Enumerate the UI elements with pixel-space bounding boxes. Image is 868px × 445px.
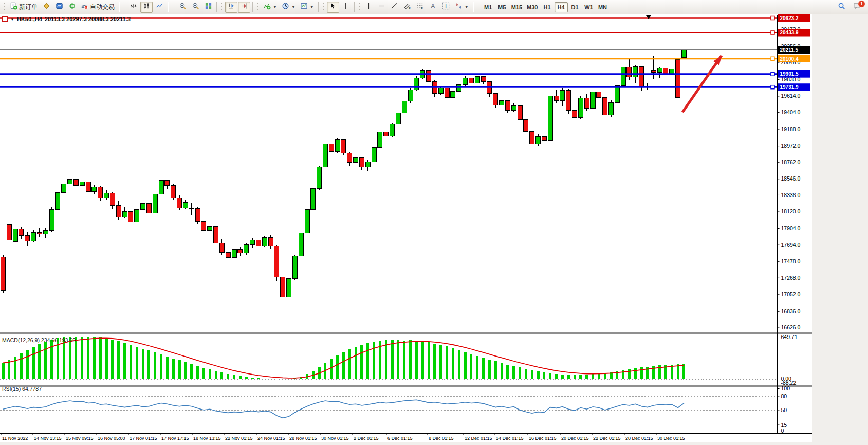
chevron-down-icon[interactable]: ▼ [291,5,296,9]
chevron-down-icon[interactable]: ▼ [273,5,277,9]
time-axis[interactable]: 11 Nov 202214 Nov 13:1515 Nov 09:1516 No… [0,433,812,441]
chart-bars-button[interactable] [127,2,140,13]
fibonacci-button[interactable]: F [414,2,427,13]
zoom-in-button[interactable] [176,2,189,13]
data-feed-button[interactable] [66,2,78,13]
toolbar-separator [168,2,169,12]
toolbar-grip[interactable] [323,3,325,12]
price-tag-label: 20433.9 [780,30,799,35]
text-button[interactable]: A [427,2,439,13]
toolbar-grip[interactable] [4,3,6,12]
x-tick-label: 2 Dec 01:15 [354,436,379,441]
level-handle [771,57,774,60]
y-tick-label: 16626.0 [781,324,801,330]
y-tick-label: 18120.0 [781,208,801,215]
timeframe-h4-button[interactable]: H4 [555,2,568,12]
toolbar-grip[interactable] [477,3,479,12]
chevron-down-icon[interactable]: ▼ [465,5,469,9]
price-tag-label: 20623.2 [780,15,799,21]
zoom-out-button[interactable] [189,2,201,13]
notifications-button[interactable]: 1 [851,2,863,13]
toolbar-grip[interactable] [257,3,259,12]
arrow-objects-button[interactable]: ▼ [453,2,471,13]
rsi-axis-label: 80 [781,393,787,399]
y-tick-label: 17052.0 [781,291,801,297]
toolbar-separator [252,2,253,12]
toolbar-separator [318,2,319,12]
toolbar-separator [473,2,474,12]
timeframe-h1-button[interactable]: H1 [541,2,554,12]
text-label-icon: T [442,2,450,12]
terminal-icon [56,2,63,12]
chevron-down-icon[interactable]: ▼ [310,5,314,9]
new-order-label: 新订单 [19,3,38,11]
metaeditor-button[interactable] [40,2,52,13]
toolbar-separator [119,2,120,12]
auto-scroll-button[interactable] [225,2,237,13]
svg-text:T: T [445,3,448,9]
x-tick-label: 11 Nov 2022 [2,436,28,441]
chart-window[interactable]: 20472.020256.020046.019830.019614.019404… [0,14,812,442]
periods-button[interactable]: ▼ [280,2,298,13]
cursor-button[interactable] [327,2,339,13]
pane-splitters[interactable] [0,333,812,387]
rsi-axis-label: 100 [781,385,790,391]
horizontal-line-button[interactable] [376,2,388,13]
timeframe-d1-button[interactable]: D1 [568,2,582,12]
crosshair-icon [342,2,349,12]
auto-trading-label: 自动交易 [90,3,115,11]
candlestick-series[interactable] [1,43,687,309]
vertical-line-button[interactable] [363,2,375,13]
timeframe-m5-button[interactable]: M5 [495,2,509,12]
tile-windows-button[interactable] [202,2,214,13]
template-icon [300,2,308,12]
chart-shift-button[interactable] [238,2,250,13]
chart-ohlc-values: 20113.3 20297.3 20088.3 20211.3 [45,16,131,22]
indicators-button[interactable]: ▼ [261,2,279,13]
toolbar-separator [216,2,217,12]
chart-object-icon [2,16,8,22]
x-tick-label: 14 Nov 13:15 [34,436,62,441]
x-tick-label: 24 Nov 01:15 [257,436,285,441]
templates-button[interactable]: ▼ [298,2,316,13]
text-label-button[interactable]: T [440,2,452,13]
toolbar-grip[interactable] [172,3,174,12]
candles-icon [143,2,151,12]
signal-icon [68,2,76,12]
chevron-down-icon[interactable]: ▼ [10,17,14,22]
level-handle [771,31,774,34]
timeframe-m1-button[interactable]: M1 [482,2,495,12]
toolbar-grip[interactable] [123,3,125,12]
svg-text:A: A [431,3,436,10]
trendline-button[interactable] [389,2,401,13]
clock-icon [282,2,289,12]
toolbar-grip[interactable] [359,3,361,12]
timeframe-w1-button[interactable]: W1 [582,2,596,12]
annotations[interactable] [646,15,722,112]
terminal-button[interactable] [53,2,65,13]
price-tag-label: 20100.4 [780,56,799,62]
search-button[interactable] [835,2,847,13]
timeframe-mn-button[interactable]: MN [596,2,610,12]
macd-axis-label: 649.71 [781,334,798,340]
level-lines[interactable] [0,16,778,88]
x-tick-label: 28 Nov 01:15 [289,436,317,441]
right-gutter [812,14,868,445]
y-tick-label: 18336.0 [781,192,801,198]
toolbar-separator [354,2,355,12]
mt4-window: 新订单自动交易▼▼▼EFAT▼M1M5M15M30H1H4D1W1MN1 204… [0,0,868,445]
timeframe-m15-button[interactable]: M15 [509,2,524,12]
timeframe-m30-button[interactable]: M30 [525,2,540,12]
auto-trading-button[interactable]: 自动交易 [79,2,117,13]
arrows-icon [455,2,463,12]
crosshair-button[interactable] [340,2,352,13]
autotrade-icon [81,2,88,12]
new-order-button[interactable]: 新订单 [8,2,40,13]
chart-candles-button[interactable] [140,2,153,13]
x-tick-label: 18 Nov 13:15 [193,436,221,441]
toolbar-grip[interactable] [221,3,223,12]
chart-canvas[interactable]: 20472.020256.020046.019830.019614.019404… [0,14,812,442]
equidistant-channel-button[interactable]: E [401,2,414,13]
price-axis[interactable]: 20472.020256.020046.019830.019614.019404… [778,14,811,434]
chart-line-button[interactable] [153,2,165,13]
